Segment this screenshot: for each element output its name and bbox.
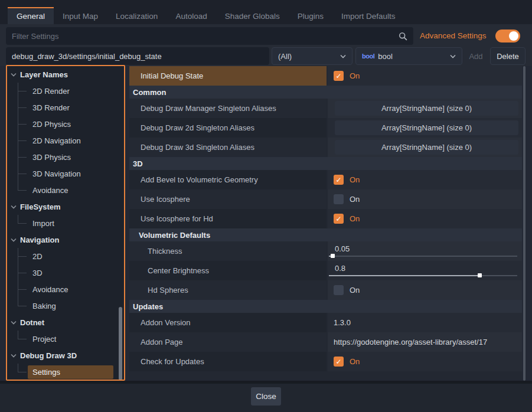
sidebar-item-avoidance[interactable]: Avoidance [7,182,124,198]
sidebar-item-3d-render[interactable]: 3D Render [7,99,124,116]
property-name-input[interactable]: debug_draw_3d/settings/initial_debug_sta… [6,47,269,65]
tree-connector-line [18,289,27,290]
sidebar-item-avoidance[interactable]: Avoidance [7,281,124,297]
chevron-down-icon [450,54,456,58]
checkbox-checked-icon[interactable]: ✓ [334,71,344,81]
tab-autoload[interactable]: Autoload [167,7,216,24]
checkbox-state-label: On [350,286,360,295]
chevron-down-icon [340,54,346,58]
tree-connector-line [18,372,27,372]
slider-thumb[interactable] [478,273,482,277]
checkbox-checked-icon[interactable]: ✓ [334,175,344,185]
checkbox-unchecked-icon[interactable] [334,285,344,295]
close-button[interactable]: Close [251,387,281,406]
tab-input-map[interactable]: Input Map [54,7,107,24]
tab-localization[interactable]: Localization [107,7,167,24]
tree-connector-line [18,140,27,141]
chevron-down-icon [11,205,17,209]
sidebar-item-debug-draw-3d[interactable]: Debug Draw 3D [7,347,124,364]
checkbox-state-label: On [350,357,360,366]
sidebar-item-layer-names[interactable]: Layer Names [7,66,124,83]
panel-scrollbar[interactable] [523,66,526,381]
sidebar-item-3d-navigation[interactable]: 3D Navigation [7,165,124,182]
sidebar-item-label: Dotnet [20,318,44,327]
text-value-field[interactable]: 1.3.0 [334,318,351,327]
array-edit-button[interactable]: Array[StringName] (size 0) [335,101,518,116]
chevron-down-icon [11,354,17,358]
checkbox-state-label: On [350,214,360,223]
sidebar-item-dotnet[interactable]: Dotnet [7,314,124,331]
checkbox-unchecked-icon[interactable] [334,194,344,204]
chevron-down-icon [11,73,17,77]
array-edit-button[interactable]: Array[StringName] (size 0) [335,120,518,135]
property-value: Array[StringName] (size 0) [328,118,522,138]
sidebar-item-project[interactable]: Project [7,331,124,347]
property-value: ✓On [328,66,522,86]
sidebar-item-label: Layer Names [20,70,68,79]
tab-shader-globals[interactable]: Shader Globals [216,7,289,24]
property-row-use-icosphere: Use IcosphereOn [129,189,522,209]
property-row-center-brightness: Center Brightness0.8 [129,261,522,280]
slider-value[interactable]: 0.05 [335,244,350,253]
tree-connector-line [18,256,27,257]
tab-import-defaults[interactable]: Import Defaults [332,7,404,24]
sidebar-item-label: Avoidance [28,283,73,296]
filter-settings-input[interactable]: Filter Settings [6,27,413,45]
property-value: ✓On [328,170,522,189]
property-row-addon-page: Addon Pagehttps://godotengine.org/asset-… [129,332,522,352]
property-row-use-icosphere-for-hd: Use Icosphere for Hd✓On [129,209,522,228]
property-value: 0.8 [328,261,522,280]
sidebar-item-navigation[interactable]: Navigation [7,231,124,248]
sidebar-item-label: 3D Navigation [28,167,86,181]
slider-thumb[interactable] [331,254,335,258]
delete-button[interactable]: Delete [490,47,526,65]
tab-general[interactable]: General [8,7,54,24]
tree-connector-line [18,91,27,91]
checkbox-checked-icon[interactable]: ✓ [334,357,344,367]
sidebar-item-filesystem[interactable]: FileSystem [7,198,124,215]
type-value: bool [378,52,393,61]
slider-track[interactable] [329,256,517,257]
add-button[interactable]: Add [464,47,488,65]
sidebar-item-3d-physics[interactable]: 3D Physics [7,149,124,165]
tab-plugins[interactable]: Plugins [289,7,332,24]
sidebar-item-2d-render[interactable]: 2D Render [7,83,124,99]
property-label: Use Icosphere [129,189,327,209]
array-edit-button[interactable]: Array[StringName] (size 0) [335,140,518,155]
type-dropdown[interactable]: bool bool [355,47,462,65]
sidebar-item-label: Import [28,217,59,230]
sidebar-item-label: Navigation [20,236,59,244]
property-label: Debug Draw 3d Singleton Aliases [129,138,327,157]
value-slider[interactable]: 0.8 [328,261,522,280]
sidebar-item-2d-navigation[interactable]: 2D Navigation [7,132,124,149]
sidebar-item-import[interactable]: Import [7,215,124,231]
slider-fill [329,275,479,276]
sidebar-item-label: Debug Draw 3D [20,351,77,360]
property-value: 0.05 [328,241,522,261]
sidebar-item-baking[interactable]: Baking [7,297,124,314]
property-value: 1.3.0 [328,313,522,332]
property-value: https://godotengine.org/asset-library/as… [328,332,522,352]
tree-connector-line [18,306,27,306]
sidebar-item-label: 3D [28,266,47,280]
sidebar-item-label: Settings [28,365,113,379]
sidebar-item-2d[interactable]: 2D [7,248,124,264]
footer-separator [0,381,532,384]
advanced-settings-toggle[interactable] [495,30,520,42]
property-bar: debug_draw_3d/settings/initial_debug_sta… [0,47,532,66]
property-label: Debug Draw Manager Singleton Aliases [129,99,327,118]
filter-placeholder: Filter Settings [12,32,399,41]
property-label: Addon Version [129,313,327,332]
text-value-field[interactable]: https://godotengine.org/asset-library/as… [334,338,487,346]
checkbox-checked-icon[interactable]: ✓ [334,214,344,224]
category-dropdown[interactable]: (All) [272,47,353,65]
sidebar-item-2d-physics[interactable]: 2D Physics [7,116,124,132]
slider-value[interactable]: 0.8 [335,264,345,273]
property-label: Check for Updates [129,352,327,371]
tab-bar: GeneralInput MapLocalizationAutoloadShad… [8,7,404,24]
slider-track[interactable] [329,275,517,276]
sidebar-item-settings[interactable]: Settings [7,364,124,380]
sidebar-scrollbar[interactable] [119,307,122,380]
value-slider[interactable]: 0.05 [328,241,522,261]
sidebar-item-3d[interactable]: 3D [7,264,124,281]
